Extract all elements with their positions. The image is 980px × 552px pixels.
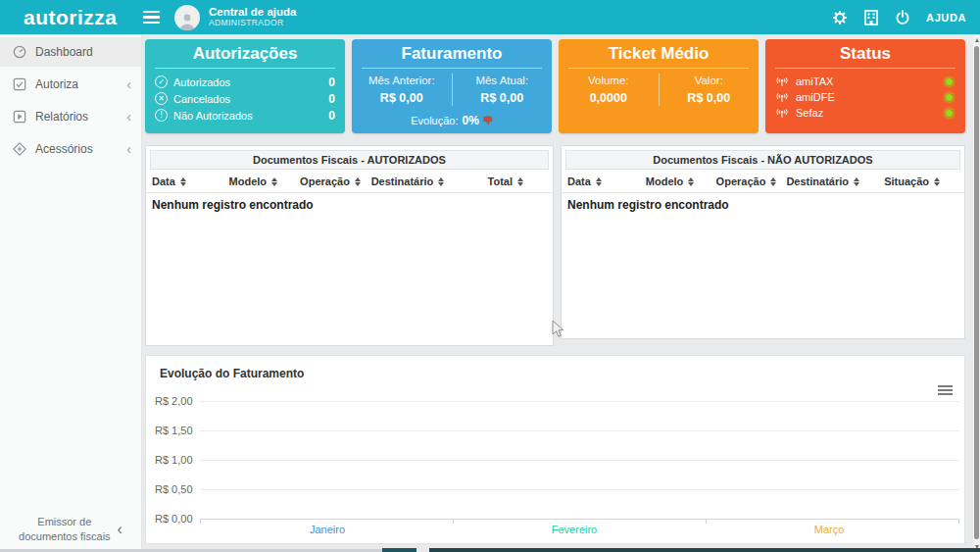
report-icon — [13, 110, 26, 124]
sidebar-item-label: Autoriza — [35, 77, 78, 91]
menu-icon[interactable] — [143, 11, 160, 25]
column-header-modelo[interactable]: Modelo — [646, 176, 716, 187]
sidebar-footer-line2: documentos fiscais — [19, 529, 111, 544]
info-circle-icon: ! — [155, 109, 168, 122]
sort-icon — [934, 177, 940, 186]
chart-title: Evolução do Faturamento — [160, 367, 304, 380]
topbar-actions: AJUDA — [832, 10, 966, 25]
stat-value: 0,0000 — [563, 91, 655, 105]
gridline — [200, 430, 959, 431]
sort-icon — [596, 177, 602, 186]
card-title: Faturamento — [352, 42, 552, 68]
y-axis-tick: R$ 0,00 — [155, 513, 198, 525]
card-faturamento: Faturamento Mês Anterior: R$ 0,00 Mês At… — [352, 39, 552, 133]
card-title: Ticket Médio — [559, 42, 759, 68]
y-axis-tick: R$ 0,50 — [155, 483, 198, 495]
ticket-valor: Valor: R$ 0,00 — [659, 74, 760, 106]
scroll-up-icon[interactable] — [973, 34, 980, 45]
company-building-icon[interactable] — [863, 10, 879, 25]
table-title: Documentos Fiscais - NÃO AUTORIZADOS — [565, 150, 960, 170]
stat-value: R$ 0,00 — [457, 91, 549, 105]
x-axis-line — [200, 519, 959, 520]
column-header-data[interactable]: Data — [567, 176, 646, 187]
sidebar-item-relatorios[interactable]: Relatórios ‹ — [0, 102, 141, 131]
avatar[interactable] — [174, 5, 200, 30]
help-link[interactable]: AJUDA — [926, 12, 966, 24]
gear-icon[interactable] — [832, 10, 848, 25]
empty-table-message: Nenhum registro encontrado — [146, 193, 553, 217]
stat-label: Valor: — [663, 75, 756, 86]
chart-menu-icon[interactable] — [938, 385, 953, 397]
app-logo: autorizza — [24, 6, 137, 29]
column-header-total[interactable]: Total — [488, 176, 547, 187]
page-scrollbar[interactable] — [973, 34, 980, 552]
service-row-amidfe: amiDFE — [765, 89, 965, 105]
stat-row-nao-autorizados: ! Não Autorizados 0 — [145, 107, 345, 124]
column-header-operacao[interactable]: Operação — [716, 176, 787, 187]
sort-icon — [854, 177, 859, 186]
x-axis-label-marco: Março — [814, 524, 845, 535]
faturamento-mes-atual: Mês Atual: R$ 0,00 — [452, 74, 553, 106]
sort-icon — [770, 177, 776, 186]
sort-icon — [517, 177, 523, 186]
stat-label: Volume: — [563, 75, 655, 86]
sidebar-item-dashboard[interactable]: Dashboard — [0, 37, 141, 67]
power-icon[interactable] — [895, 10, 910, 25]
sidebar-item-label: Acessórios — [35, 142, 93, 156]
service-name: amiTAX — [796, 75, 833, 87]
card-autorizacoes: Autorizações ✓ Autorizados 0 ✕ Cancelado… — [145, 39, 345, 133]
chevron-left-icon: ‹ — [126, 142, 131, 156]
stat-label: Autorizados — [173, 76, 230, 88]
kpi-cards-row: Autorizações ✓ Autorizados 0 ✕ Cancelado… — [145, 39, 965, 133]
column-header-data[interactable]: Data — [152, 176, 229, 187]
column-header-destinatario[interactable]: Destinatário — [371, 176, 488, 187]
sidebar-item-label: Dashboard — [35, 45, 93, 59]
column-header-operacao[interactable]: Operação — [300, 176, 371, 187]
service-name: amiDFE — [796, 91, 835, 103]
column-header-situacao[interactable]: Situação — [884, 176, 958, 187]
bottom-strip-dark — [382, 548, 416, 552]
broadcast-icon — [775, 107, 789, 119]
stat-label: Não Autorizados — [173, 110, 253, 122]
column-header-modelo[interactable]: Modelo — [229, 176, 301, 187]
sort-icon — [271, 177, 277, 186]
stat-row-autorizados: ✓ Autorizados 0 — [145, 74, 345, 90]
card-ticket-medio: Ticket Médio Volume: 0,0000 Valor: R$ 0,… — [559, 39, 759, 133]
sidebar-item-acessorios[interactable]: Acessórios ‹ — [0, 134, 141, 164]
service-row-sefaz: Sefaz — [765, 105, 965, 121]
help-center-button[interactable]: Central de ajuda ADMINISTRADOR — [209, 6, 296, 28]
stat-value: 0 — [328, 109, 335, 123]
help-center-subtitle: ADMINISTRADOR — [209, 19, 296, 28]
chevron-left-icon: ‹ — [126, 77, 131, 91]
faturamento-mes-anterior: Mês Anterior: R$ 0,00 — [352, 74, 452, 106]
x-axis-label-janeiro: Janeiro — [310, 524, 345, 535]
collapse-sidebar-icon[interactable]: ‹ — [118, 521, 122, 538]
table-not-authorized: Documentos Fiscais - NÃO AUTORIZADOS Dat… — [561, 145, 965, 339]
table-header-row: Data Modelo Operação Destinatário — [146, 170, 553, 193]
dashboard-icon — [13, 45, 26, 59]
column-header-destinatario[interactable]: Destinatário — [786, 176, 884, 187]
y-axis-tick: R$ 2,00 — [155, 395, 198, 407]
x-axis-label-fevereiro: Fevereiro — [552, 524, 597, 535]
x-axis-tick-mark — [958, 519, 959, 524]
scrollbar-thumb[interactable] — [974, 46, 979, 539]
stat-row-cancelados: ✕ Cancelados 0 — [145, 90, 345, 107]
person-icon — [177, 11, 197, 30]
sidebar-footer-line1: Emissor de — [19, 515, 111, 529]
x-axis-tick-mark — [706, 519, 707, 524]
ticket-volume: Volume: 0,0000 — [559, 74, 659, 106]
thumbs-down-icon — [483, 116, 493, 125]
check-circle-icon: ✓ — [155, 75, 168, 88]
evolution-label: Evolução: — [411, 115, 458, 126]
bottom-strip-dark — [429, 548, 980, 552]
sidebar-item-label: Relatórios — [35, 110, 88, 124]
sidebar-item-autoriza[interactable]: Autoriza ‹ — [0, 70, 141, 99]
stat-value: R$ 0,00 — [356, 91, 448, 105]
table-title: Documentos Fiscais - AUTORIZADOS — [150, 150, 549, 170]
gridline — [200, 489, 959, 490]
chart-evolucao-faturamento: Evolução do Faturamento R$ 2,00 R$ 1,50 … — [145, 355, 965, 544]
status-led — [945, 109, 954, 118]
checkbox-icon — [13, 77, 26, 91]
stat-label: Mês Anterior: — [356, 75, 448, 86]
evolution-row: Evolução: 0% — [352, 114, 552, 127]
